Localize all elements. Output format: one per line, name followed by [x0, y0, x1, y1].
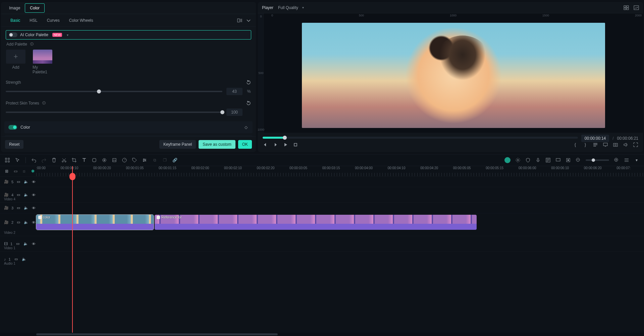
subtab-basic[interactable]: Basic — [6, 16, 25, 25]
strength-slider[interactable] — [6, 91, 222, 92]
marker-icon[interactable] — [566, 157, 571, 163]
playback-progress[interactable] — [263, 137, 578, 139]
keyframe-diamond-icon[interactable]: ◇ — [243, 125, 249, 130]
info-icon[interactable]: ⓘ — [41, 100, 47, 106]
reset-button[interactable]: Reset — [5, 140, 23, 149]
track-video-4: 🎥4 ▭🔈👁 Video 4 — [0, 187, 644, 202]
lock-icon[interactable]: ▭ — [16, 192, 21, 198]
lock-icon[interactable]: ▭ — [13, 257, 19, 262]
brace-left-icon[interactable]: { — [573, 142, 578, 147]
color-wheel-icon[interactable] — [102, 157, 107, 163]
color-toggle[interactable] — [8, 125, 17, 130]
stop-icon[interactable] — [293, 142, 298, 147]
monitor-icon[interactable] — [555, 157, 561, 163]
adjust-icon[interactable] — [142, 157, 147, 163]
subtab-curves[interactable]: Curves — [42, 16, 64, 25]
brace-right-icon[interactable]: } — [583, 142, 588, 147]
grid-view-icon[interactable] — [624, 5, 629, 10]
text-icon[interactable] — [82, 157, 87, 163]
lock-icon[interactable]: ▭ — [16, 205, 21, 211]
group-icon[interactable]: ⧉ — [152, 157, 157, 163]
lock-icon[interactable]: ▭ — [15, 241, 20, 247]
reset-icon[interactable] — [246, 80, 251, 85]
ai-assist-icon[interactable] — [504, 157, 511, 163]
prev-frame-icon[interactable] — [263, 142, 268, 147]
protect-slider[interactable] — [6, 112, 222, 113]
save-as-custom-button[interactable]: Save as custom — [199, 140, 235, 149]
zoom-slider[interactable] — [586, 159, 609, 161]
mute-icon[interactable]: 🔈 — [24, 179, 29, 185]
delete-icon[interactable] — [51, 157, 57, 163]
gear-icon[interactable] — [515, 157, 521, 163]
keyframe-panel-button[interactable]: Keyframe Panel — [159, 140, 196, 149]
add-palette-button[interactable]: + Add — [6, 50, 26, 74]
tab-image[interactable]: Image — [4, 4, 25, 12]
mute-icon[interactable]: 🔈 — [24, 220, 29, 225]
image-view-icon[interactable] — [634, 5, 639, 10]
eye-icon[interactable]: 👁 — [31, 205, 36, 211]
snapshot-icon[interactable] — [613, 142, 618, 147]
mic-icon[interactable] — [535, 157, 541, 163]
subtab-hsl[interactable]: HSL — [25, 16, 42, 25]
mask-icon[interactable] — [92, 157, 97, 163]
mute-icon[interactable]: 🔈 — [23, 241, 29, 247]
split-icon[interactable] — [61, 157, 67, 163]
zoom-out-icon[interactable] — [576, 157, 581, 163]
subtab-color-wheels[interactable]: Color Wheels — [64, 16, 98, 25]
eye-icon[interactable]: 👁 — [31, 241, 36, 247]
chevron-down-icon[interactable] — [246, 18, 251, 23]
magnet-icon[interactable]: ⧈ — [21, 169, 27, 174]
ok-button[interactable]: OK — [238, 140, 252, 149]
timeline-scrollbar[interactable] — [0, 333, 644, 336]
marker-list-icon[interactable] — [593, 142, 598, 147]
list-view-icon[interactable] — [624, 157, 629, 163]
select-tool-icon[interactable] — [5, 157, 10, 163]
track-menu-icon[interactable]: ▭ — [13, 169, 18, 174]
mute-icon[interactable]: 🔈 — [24, 205, 29, 211]
lock-icon[interactable]: ▭ — [16, 220, 21, 225]
quality-dropdown[interactable]: Full Quality▾ — [278, 5, 304, 10]
lock-icon[interactable]: ▭ — [16, 179, 21, 185]
undo-icon[interactable] — [31, 157, 37, 163]
ai-palette-toggle[interactable] — [9, 32, 17, 37]
mute-icon[interactable]: 🔈 — [24, 192, 29, 198]
clip-color[interactable]: color — [36, 215, 154, 230]
mute-icon[interactable]: 🔈 — [21, 257, 27, 262]
tab-color[interactable]: Color — [25, 3, 45, 13]
fullscreen-icon[interactable] — [633, 142, 638, 147]
preview-viewport[interactable] — [302, 23, 605, 128]
shield-icon[interactable] — [525, 157, 531, 163]
palette-thumb-my1[interactable]: My Palette1 — [33, 50, 53, 74]
transcript-icon[interactable] — [545, 157, 551, 163]
info-icon[interactable]: ⓘ — [29, 42, 35, 47]
pointer-tool-icon[interactable] — [15, 157, 20, 163]
clip-reference[interactable]: Reference for — [155, 215, 477, 230]
tag-icon[interactable] — [132, 157, 137, 163]
timeline-ruler[interactable]: :00:0000:00:00:1000:00:00:2000:00:01:050… — [36, 166, 644, 176]
play-icon[interactable] — [283, 142, 288, 147]
copy-icon[interactable]: ❐ — [162, 157, 167, 163]
redo-icon[interactable] — [41, 157, 47, 163]
speed-icon[interactable] — [122, 157, 127, 163]
playhead[interactable] — [72, 166, 73, 333]
eye-icon[interactable]: 👁 — [31, 220, 36, 225]
display-settings-icon[interactable] — [603, 142, 608, 147]
protect-value[interactable]: 100 — [226, 109, 243, 116]
next-frame-icon[interactable] — [273, 142, 278, 147]
link-icon[interactable]: 🔗 — [172, 157, 177, 163]
chevron-down-icon[interactable]: ▾ — [67, 33, 68, 37]
color-accordion[interactable]: Color ◇ — [4, 121, 253, 133]
reset-icon[interactable] — [246, 100, 251, 106]
zoom-in-icon[interactable] — [614, 157, 619, 163]
effects-icon[interactable] — [112, 157, 117, 163]
playhead-handle-icon[interactable] — [69, 173, 75, 180]
eye-icon[interactable]: 👁 — [31, 192, 36, 198]
chevron-down-icon[interactable]: ▾ — [634, 157, 639, 163]
eye-icon[interactable]: 👁 — [31, 179, 36, 185]
auto-ripple-icon[interactable]: ✻ — [30, 169, 36, 174]
track-add-icon[interactable]: ⊞ — [4, 169, 9, 174]
crop-icon[interactable] — [71, 157, 77, 163]
volume-icon[interactable] — [623, 142, 628, 147]
compare-icon[interactable] — [237, 18, 243, 23]
strength-value[interactable]: 43 — [226, 88, 243, 95]
